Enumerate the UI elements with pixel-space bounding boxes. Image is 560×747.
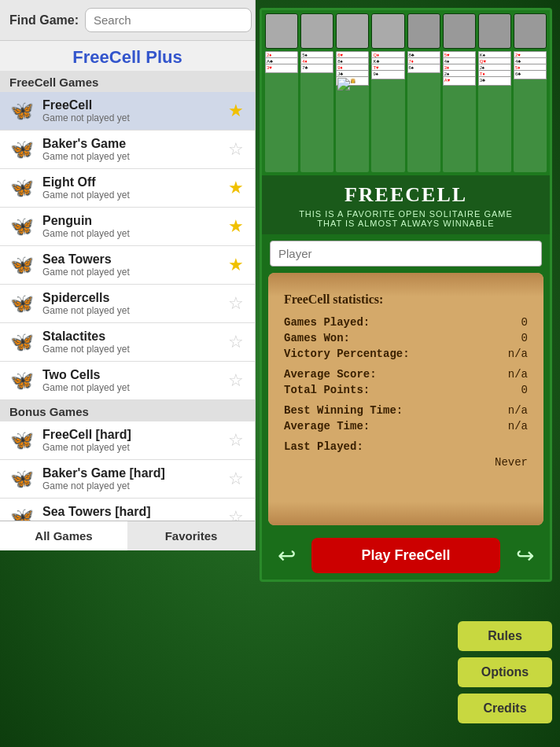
rules-button[interactable]: Rules xyxy=(458,621,552,651)
star-icon[interactable]: ☆ xyxy=(225,468,247,490)
butterfly-icon: 🦋 xyxy=(8,289,36,318)
freecell-section-header: FreeCell Games xyxy=(0,71,255,92)
tab-favorites[interactable]: Favorites xyxy=(127,521,255,550)
find-game-label: Find Game: xyxy=(9,13,79,28)
game-info: Two Cells Game not played yet xyxy=(42,368,219,393)
preview-col: 2♥ 4♣ 5♦ 6♣ xyxy=(514,51,547,172)
list-item[interactable]: 🦋 Eight Off Game not played yet ★ xyxy=(0,169,255,208)
card-slot xyxy=(265,13,298,49)
stat-row: Games Won: 0 xyxy=(284,332,528,344)
game-name: Spidercells xyxy=(42,291,219,305)
star-icon[interactable]: ☆ xyxy=(225,370,247,392)
game-info: Eight Off Game not played yet xyxy=(42,175,219,201)
game-info: Spidercells Game not played yet xyxy=(42,291,219,316)
list-item[interactable]: 🦋 Baker's Game [hard] Game not played ye… xyxy=(0,460,255,499)
card-slot xyxy=(514,13,547,49)
stat-group: Last Played: Never xyxy=(284,440,528,469)
game-name: Sea Towers [hard] xyxy=(42,505,219,519)
preview-col: Q♦ K♣ T♥ 9♠ xyxy=(371,51,404,172)
game-status: Game not played yet xyxy=(42,190,219,201)
list-item[interactable]: 🦋 FreeCell [hard] Game not played yet ☆ xyxy=(0,421,255,460)
card-slot xyxy=(371,13,404,49)
game-status: Game not played yet xyxy=(42,151,219,162)
butterfly-icon: 🦋 xyxy=(8,135,36,164)
search-input[interactable] xyxy=(85,8,252,32)
stat-label: Total Points: xyxy=(284,384,370,396)
butterfly-icon: 🦋 xyxy=(8,366,36,395)
app-title: FreeCell Plus xyxy=(0,41,255,71)
stat-label: Victory Percentage: xyxy=(284,348,410,360)
player-input-area xyxy=(262,234,550,273)
butterfly-icon: 🦋 xyxy=(8,97,36,125)
list-item[interactable]: 🦋 Sea Towers [hard] Game not played yet … xyxy=(0,499,255,521)
list-item[interactable]: 🦋 Two Cells Game not played yet ☆ xyxy=(0,362,255,400)
credits-button[interactable]: Credits xyxy=(458,694,552,723)
star-icon[interactable]: ☆ xyxy=(225,138,247,160)
options-button[interactable]: Options xyxy=(458,657,552,687)
play-button[interactable]: Play FreeCell xyxy=(311,538,500,573)
stat-label: Best Winning Time: xyxy=(284,404,403,417)
game-name: FreeCell xyxy=(42,98,219,112)
star-icon[interactable]: ★ xyxy=(225,100,247,122)
butterfly-icon: 🦋 xyxy=(8,328,36,356)
game-title-main: FreeCell xyxy=(266,183,546,207)
stat-row: Best Winning Time: n/a xyxy=(284,404,528,417)
star-icon[interactable]: ★ xyxy=(225,215,247,237)
list-item[interactable]: 🦋 Stalactites Game not played yet ☆ xyxy=(0,323,255,362)
scroll-area: FreeCell statistics: Games Played: 0 Gam… xyxy=(268,273,543,525)
butterfly-icon: 🦋 xyxy=(8,426,36,454)
game-status: Game not played yet xyxy=(42,480,219,491)
bottom-tabs: All Games Favorites xyxy=(0,521,255,550)
game-status: Game not played yet xyxy=(42,442,219,453)
star-icon[interactable]: ☆ xyxy=(225,331,247,353)
prev-arrow-button[interactable]: ↩ xyxy=(274,543,300,569)
game-name: Baker's Game xyxy=(42,137,219,151)
stat-row: Games Played: 0 xyxy=(284,316,528,329)
game-status: Game not played yet xyxy=(42,382,219,393)
card-slot xyxy=(443,13,476,49)
game-name: Sea Towers xyxy=(42,252,219,267)
preview-area: 2♦ A♣ 3♥ 5♠ 4♦ 7♣ 6♥ 8♠ 9♦ J♣ Q♦ xyxy=(262,10,550,175)
game-title-area: FreeCell This is a favorite open solitai… xyxy=(262,175,550,234)
left-panel: Find Game: FreeCell Plus FreeCell Games … xyxy=(0,0,256,550)
stat-row: Total Points: 0 xyxy=(284,384,528,396)
list-item[interactable]: 🦋 Penguin Game not played yet ★ xyxy=(0,208,255,246)
stat-value: n/a xyxy=(508,420,528,432)
preview-col: 5♠ 4♦ 7♣ xyxy=(300,51,333,172)
list-item[interactable]: 🦋 FreeCell Game not played yet ★ xyxy=(0,92,255,131)
stat-label: Games Won: xyxy=(284,332,350,344)
tab-all-games[interactable]: All Games xyxy=(0,521,127,550)
game-status: Game not played yet xyxy=(42,344,219,355)
butterfly-icon: 🦋 xyxy=(8,503,36,521)
star-icon[interactable]: ☆ xyxy=(225,429,247,451)
list-item[interactable]: 🦋 Spidercells Game not played yet ☆ xyxy=(0,285,255,323)
game-title-sub: This is a favorite open solitaire game t… xyxy=(266,209,546,228)
game-name: Eight Off xyxy=(42,175,219,190)
game-info: Penguin Game not played yet xyxy=(42,214,219,239)
game-info: Stalactites Game not played yet xyxy=(42,329,219,355)
game-info: Sea Towers [hard] Game not played yet xyxy=(42,505,219,521)
stat-group: Games Played: 0 Games Won: 0 Victory Per… xyxy=(284,316,528,360)
list-item[interactable]: 🦋 Baker's Game Game not played yet ☆ xyxy=(0,131,255,169)
player-input[interactable] xyxy=(270,241,542,267)
game-status: Game not played yet xyxy=(42,267,219,278)
next-arrow-button[interactable]: ↪ xyxy=(512,543,538,569)
star-icon[interactable]: ★ xyxy=(225,254,247,276)
stat-value: Never xyxy=(495,456,528,469)
list-item[interactable]: 🦋 Sea Towers Game not played yet ★ xyxy=(0,246,255,285)
stat-value: n/a xyxy=(508,368,528,381)
stat-value: 0 xyxy=(521,316,528,329)
preview-col: 6♥ 8♠ 9♦ J♣ xyxy=(336,51,369,172)
preview-top-row xyxy=(265,13,547,49)
stat-label: Last Played: xyxy=(284,440,363,453)
star-icon[interactable]: ★ xyxy=(225,177,247,199)
stat-row: Average Score: n/a xyxy=(284,368,528,381)
star-icon[interactable]: ☆ xyxy=(225,506,247,521)
stat-value: 0 xyxy=(521,384,528,396)
butterfly-icon: 🦋 xyxy=(8,251,36,279)
star-icon[interactable]: ☆ xyxy=(225,293,247,315)
game-name: Two Cells xyxy=(42,368,219,382)
game-status: Game not played yet xyxy=(42,112,219,123)
stat-label: Average Score: xyxy=(284,368,377,381)
game-status: Game not played yet xyxy=(42,305,219,316)
